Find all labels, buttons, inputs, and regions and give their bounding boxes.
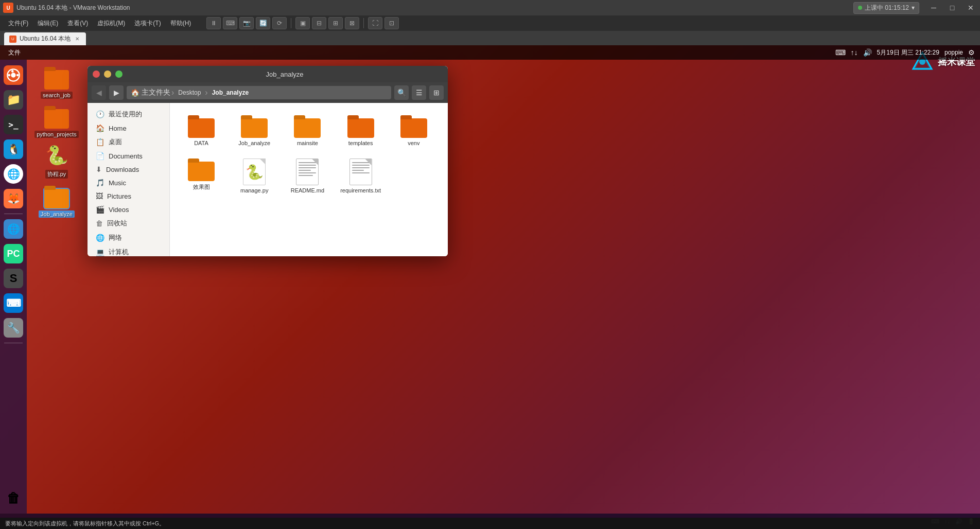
nautilus-maximize-btn[interactable] <box>115 70 122 78</box>
toolbar-separator1 <box>291 18 291 28</box>
topbar-left: 文件 <box>5 47 24 58</box>
view-btn2[interactable]: ⊟ <box>312 17 326 29</box>
sidebar-downloads[interactable]: ⬇ Downloads <box>90 163 167 176</box>
vm-tab-close[interactable]: ✕ <box>74 36 81 43</box>
folder-DATA-icon <box>188 115 215 138</box>
file-mainsite[interactable]: mainsite <box>284 111 330 150</box>
sidebar-music[interactable]: 🎵 Music <box>90 176 167 189</box>
downloads-icon: ⬇ <box>96 165 102 173</box>
file-venv[interactable]: venv <box>391 111 437 150</box>
menu-tab[interactable]: 选项卡(T) <box>130 17 165 29</box>
job-analyze-label: Job_analyze <box>39 210 75 218</box>
breadcrumb-home[interactable]: 🏠 主文件夹 <box>131 88 170 97</box>
view-btn3[interactable]: ⊞ <box>328 17 343 29</box>
launcher-qq[interactable]: 🐧 <box>2 138 25 161</box>
file-templates[interactable]: templates <box>338 111 384 150</box>
sidebar-network[interactable]: 🌐 网络 <box>90 231 167 245</box>
minimize-button[interactable]: ─ <box>924 0 943 15</box>
status-dot <box>858 6 862 10</box>
sidebar-pictures[interactable]: 🖼 Pictures <box>90 189 167 203</box>
sidebar-computer[interactable]: 💻 计算机 <box>90 245 167 256</box>
sidebar-network-label: 网络 <box>109 233 122 242</box>
launcher-vscode[interactable]: ⌨ <box>2 292 25 314</box>
view-btn1[interactable]: ▣ <box>295 17 310 29</box>
close-button[interactable]: ✕ <box>961 0 980 15</box>
sidebar-home[interactable]: 🏠 Home <box>90 121 167 135</box>
file-Job-analyze[interactable]: Job_analyze <box>231 111 277 150</box>
snapshot-btn2[interactable]: 🔄 <box>256 17 270 29</box>
topbar-menu-file[interactable]: 文件 <box>5 47 24 58</box>
nautilus-files-area: DATA Job_analyze <box>170 103 448 256</box>
launcher-settings[interactable]: 🔧 <box>2 316 25 339</box>
snapshot-btn1[interactable]: 📷 <box>239 17 254 29</box>
computer-icon: 💻 <box>96 248 104 256</box>
sidebar-videos-label: Videos <box>109 206 129 214</box>
sidebar-recent[interactable]: 🕐 最近使用的 <box>90 107 167 121</box>
svg-point-1 <box>11 73 15 77</box>
launcher-trash[interactable]: 🗑 <box>2 487 25 509</box>
search-button[interactable]: 🔍 <box>394 85 409 100</box>
file-readme[interactable]: README.md <box>284 154 330 198</box>
trash-sidebar-icon: 🗑 <box>96 219 103 227</box>
send-ctrl-alt-del[interactable]: ⌨ <box>223 17 237 29</box>
status-text: 要将输入定向到该虚拟机，请将鼠标指针移入其中或按 Ctrl+G。 <box>5 520 165 527</box>
desktop-icon-job-analyze[interactable]: Job_analyze <box>36 184 77 218</box>
nautilus-close-btn[interactable] <box>93 70 100 78</box>
launcher-chrome[interactable]: 🌐 <box>2 163 25 185</box>
launcher-terminal[interactable]: >_ <box>2 113 25 136</box>
vmware-titlebar: U Ubuntu 16.04 本地 - VMware Workstation 上… <box>0 0 980 15</box>
snapshot-btn3[interactable]: ⟳ <box>272 17 287 29</box>
list-view-btn[interactable]: ☰ <box>412 85 426 100</box>
sidebar-documents[interactable]: 📄 Documents <box>90 149 167 163</box>
sidebar-desktop[interactable]: 📋 桌面 <box>90 135 167 149</box>
ubuntu-topbar: 文件 ⌨ ↑↓ 🔊 5月19日 周三 21:22:29 poppie ⚙ <box>0 45 980 60</box>
vm-tab-icon: U <box>9 36 16 43</box>
maximize-button[interactable]: □ <box>943 0 961 15</box>
svg-point-3 <box>16 74 19 77</box>
pause-button[interactable]: ⏸ <box>206 17 221 29</box>
desktop-icon-协程[interactable]: 🐍 协程.py <box>36 143 77 179</box>
launcher-ubuntu[interactable] <box>2 64 25 86</box>
vmware-tabbar: U Ubuntu 16.04 本地 ✕ <box>0 31 980 45</box>
menu-edit[interactable]: 编辑(E) <box>33 17 62 29</box>
launcher-files[interactable]: 📁 <box>2 89 25 111</box>
nautilus-minimize-btn[interactable] <box>104 70 111 78</box>
fullscreen-btn[interactable]: ⛶ <box>368 17 382 29</box>
menu-file[interactable]: 文件(F) <box>4 17 32 29</box>
breadcrumb-current[interactable]: Job_analyze <box>209 89 252 96</box>
file-requirements[interactable]: requirements.txt <box>338 154 384 198</box>
volume-icon[interactable]: 🔊 <box>863 48 872 57</box>
nav-forward-btn[interactable]: ▶ <box>109 85 124 100</box>
nautilus-window: Job_analyze ◀ ▶ 🏠 主文件夹 › Desktop › Job_a… <box>87 66 448 256</box>
folder-templates-icon <box>347 115 374 138</box>
music-icon: 🎵 <box>96 179 104 187</box>
file-manage-py[interactable]: 🐍 manage.py <box>231 154 277 198</box>
breadcrumb-sep2: › <box>205 88 207 97</box>
sidebar-videos[interactable]: 🎬 Videos <box>90 203 167 216</box>
launcher-network[interactable]: 🌐 <box>2 218 25 240</box>
launcher-sublime[interactable]: S <box>2 267 25 290</box>
vm-tab[interactable]: U Ubuntu 16.04 本地 ✕ <box>4 32 86 45</box>
username[interactable]: poppie <box>944 49 963 56</box>
vm-status-indicator[interactable]: 上课中 01:15:12 ▾ <box>853 2 919 14</box>
datetime[interactable]: 5月19日 周三 21:22:29 <box>877 48 939 57</box>
file-效果图[interactable]: 效果图 <box>178 154 224 198</box>
breadcrumb-desktop[interactable]: Desktop <box>175 89 204 96</box>
menu-vm[interactable]: 虚拟机(M) <box>93 17 129 29</box>
desktop-icon-search-job[interactable]: search_job <box>36 65 77 99</box>
sidebar-trash-label: 回收站 <box>107 219 127 228</box>
grid-view-btn[interactable]: ⊞ <box>429 85 444 100</box>
file-DATA[interactable]: DATA <box>178 111 224 150</box>
desktop-icon-python-projects[interactable]: python_projects <box>36 104 77 138</box>
sidebar-trash[interactable]: 🗑 回收站 <box>90 216 167 231</box>
nav-back-btn[interactable]: ◀ <box>92 85 106 100</box>
launcher-firefox[interactable]: 🦊 <box>2 187 25 210</box>
keyboard-icon[interactable]: ⌨ <box>835 48 846 57</box>
menu-help[interactable]: 帮助(H) <box>166 17 196 29</box>
power-icon[interactable]: ⚙ <box>968 48 975 57</box>
network-icon[interactable]: ↑↓ <box>851 48 858 57</box>
menu-view[interactable]: 查看(V) <box>63 17 92 29</box>
launcher-pycharm[interactable]: PC <box>2 242 25 265</box>
view-btn4[interactable]: ⊠ <box>345 17 359 29</box>
unity-btn[interactable]: ⊡ <box>384 17 399 29</box>
